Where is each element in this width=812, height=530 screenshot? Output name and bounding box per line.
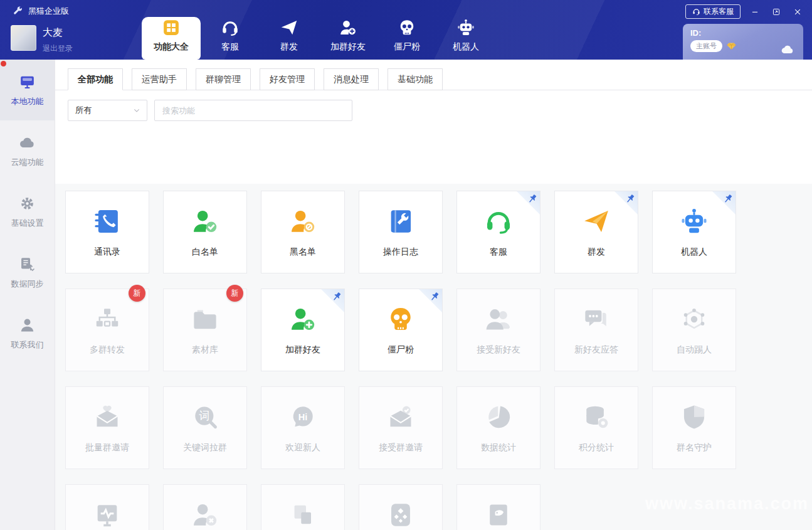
feature-card-label: 加群好友 — [285, 344, 320, 356]
category-dropdown[interactable]: 所有 — [68, 100, 147, 121]
feature-card-pdd[interactable]: 拼多多发单 — [359, 484, 443, 530]
feature-card-book-tag[interactable]: 社群裂变 — [456, 484, 540, 530]
feature-card-label: 接受群邀请 — [379, 442, 423, 453]
filter-row: 所有 — [55, 90, 812, 121]
feature-card-contact-book[interactable]: 通讯录 — [65, 191, 149, 273]
feature-card-dedupe[interactable]: 群成员去重 — [261, 484, 345, 530]
feature-card-label: 多群转发 — [90, 344, 125, 356]
sidebar-item-cloud-features[interactable]: 云端功能 — [0, 120, 55, 181]
app-title-bar: 黑猫企业版 — [13, 6, 69, 17]
feature-card-chat[interactable]: 新好友应答 — [554, 289, 638, 371]
feature-card-person-block[interactable]: 黑名单 — [261, 191, 345, 273]
headset-icon — [484, 207, 513, 236]
avatar[interactable] — [11, 25, 36, 51]
tab-all-functions[interactable]: 全部功能 — [68, 68, 123, 90]
feature-card-hi-bubble[interactable]: Hi欢迎新人 — [261, 386, 345, 469]
close-button[interactable] — [791, 6, 804, 18]
pin-icon[interactable] — [722, 193, 734, 205]
feature-card-mail-check[interactable]: 接受群邀请 — [359, 386, 443, 469]
feature-card-plane[interactable]: 群发 — [554, 191, 638, 273]
nav-label: 机器人 — [453, 41, 479, 53]
cloud-icon — [779, 43, 796, 56]
monitor-pulse-icon — [93, 501, 122, 529]
new-badge: 新 — [129, 285, 145, 302]
feature-card-label: 新好友应答 — [574, 344, 618, 356]
feature-card-label: 通讯录 — [94, 246, 120, 258]
feature-card-person-check[interactable]: 白名单 — [163, 191, 247, 273]
nav-label: 加群好友 — [330, 41, 366, 53]
tab-basic-functions[interactable]: 基础功能 — [388, 68, 443, 90]
feature-card-label: 积分统计 — [579, 442, 614, 453]
nav-item-bulk-send[interactable]: 群发 — [260, 0, 319, 60]
nav-label: 功能大全 — [154, 41, 189, 53]
account-id-panel: ID: 主账号 — [683, 24, 803, 60]
feature-card-pie[interactable]: 数据统计 — [456, 386, 540, 469]
cloud-icon — [19, 134, 36, 151]
new-badge: 新 — [226, 285, 243, 302]
logout-link[interactable]: 退出登录 — [43, 43, 73, 54]
feature-card-label: 素材库 — [192, 344, 218, 356]
svg-text:词: 词 — [199, 410, 209, 422]
feature-card-skull[interactable]: 僵尸粉 — [359, 289, 443, 371]
sidebar-item-local-features[interactable]: 本地功能 — [0, 60, 55, 120]
plane-icon — [582, 207, 611, 236]
feature-card-folder[interactable]: 新素材库 — [163, 289, 247, 371]
pin-icon[interactable] — [526, 193, 539, 205]
feature-card-flowchart[interactable]: 新多群转发 — [65, 289, 149, 371]
person-add-icon — [288, 305, 317, 334]
gear-icon — [19, 195, 36, 212]
feature-card-keyword[interactable]: 词关键词拉群 — [163, 386, 247, 469]
mail-heart-icon — [93, 403, 122, 432]
mail-check-icon — [386, 403, 415, 432]
chat-icon — [582, 305, 611, 334]
nav-item-customer-service[interactable]: 客服 — [201, 0, 260, 60]
pdd-icon — [386, 501, 415, 529]
feature-card-mail-heart[interactable]: 批量群邀请 — [65, 386, 149, 469]
sidebar-item-contact-us[interactable]: 联系我们 — [0, 303, 55, 364]
skull-icon — [386, 305, 415, 334]
feature-card-shield[interactable]: 群名守护 — [652, 386, 736, 469]
search-input[interactable] — [154, 100, 352, 121]
nav-item-zombie-fans[interactable]: 僵尸粉 — [377, 0, 436, 60]
robot-icon — [456, 18, 475, 37]
notification-dot — [1, 61, 6, 66]
feature-card-monitor-pulse[interactable]: 监控加好友 — [65, 484, 149, 530]
network-icon — [680, 305, 709, 334]
tab-group-chat-management[interactable]: 群聊管理 — [196, 68, 251, 90]
person-block-icon — [288, 207, 317, 236]
nav-item-features[interactable]: 功能大全 — [142, 17, 201, 60]
tab-friend-management[interactable]: 好友管理 — [260, 68, 315, 90]
feature-card-person-x[interactable]: 踢私加好友 — [163, 484, 247, 530]
minimize-button[interactable] — [748, 6, 762, 18]
sidebar: 本地功能 云端功能 基础设置 数据同步 联系我们 — [0, 60, 55, 530]
pin-icon[interactable] — [428, 290, 441, 303]
tab-operation-assistant[interactable]: 运营助手 — [132, 68, 187, 90]
sidebar-item-data-sync[interactable]: 数据同步 — [0, 242, 55, 303]
nav-item-add-group-friends[interactable]: 加群好友 — [319, 0, 377, 60]
gem-icon — [726, 41, 737, 51]
feature-card-headset[interactable]: 客服 — [456, 191, 540, 273]
feature-card-robot[interactable]: 机器人 — [652, 191, 736, 273]
person-check-icon — [191, 207, 219, 236]
contact-support-button[interactable]: 联系客服 — [685, 4, 741, 19]
pin-icon[interactable] — [624, 193, 636, 205]
sidebar-item-label: 基础设置 — [11, 218, 44, 229]
pin-icon[interactable] — [330, 290, 343, 303]
category-dropdown-value: 所有 — [75, 105, 92, 116]
feature-card-log-book[interactable]: 操作日志 — [359, 191, 443, 273]
feature-card-people[interactable]: 接受新好友 — [456, 289, 540, 371]
feature-card-label: 欢迎新人 — [285, 442, 320, 453]
feature-card-database[interactable]: 积分统计 — [554, 386, 638, 469]
chevron-down-icon — [132, 105, 142, 115]
feature-card-label: 关键词拉群 — [183, 442, 227, 453]
feature-card-person-add[interactable]: 加群好友 — [261, 289, 345, 371]
main-content: 全部功能 运营助手 群聊管理 好友管理 消息处理 基础功能 所有 通讯录白名单黑… — [55, 60, 812, 530]
tab-message-handling[interactable]: 消息处理 — [324, 68, 379, 90]
nav-item-robot[interactable]: 机器人 — [436, 0, 495, 60]
sidebar-item-label: 数据同步 — [11, 278, 44, 290]
maximize-button[interactable] — [769, 6, 783, 18]
sidebar-item-basic-settings[interactable]: 基础设置 — [0, 181, 55, 242]
hi-bubble-icon: Hi — [288, 403, 317, 432]
feature-card-network[interactable]: 自动踢人 — [652, 289, 736, 371]
pie-icon — [484, 403, 513, 432]
